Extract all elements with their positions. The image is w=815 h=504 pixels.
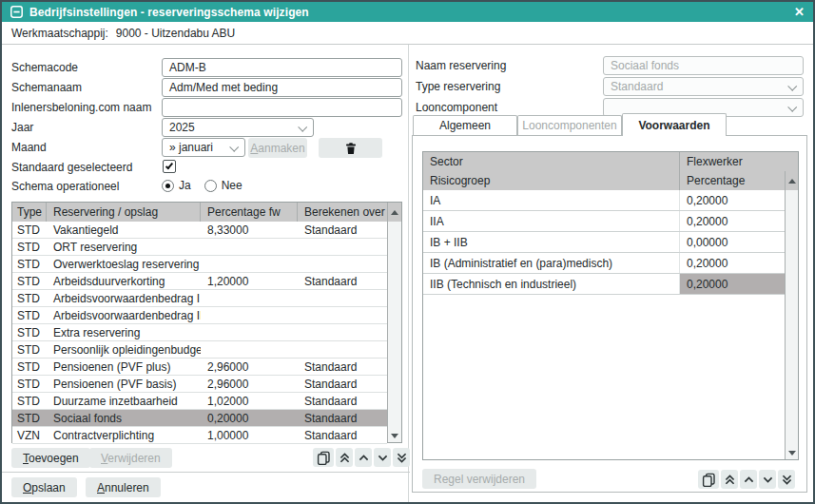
- table-row[interactable]: STDOverwerktoeslag reservering: [12, 256, 387, 273]
- table-row[interactable]: IIA0,20000: [423, 211, 785, 232]
- page-title: Bedrijfsinstellingen - reserveringsschem…: [29, 6, 309, 19]
- naam-reservering-input[interactable]: Sociaal fonds: [603, 56, 804, 75]
- table-row[interactable]: STDDuurzame inzetbaarheid1,02000Standaar…: [12, 393, 387, 410]
- table-row[interactable]: VZNContractverplichting1,00000Standaard: [12, 427, 387, 444]
- table-row[interactable]: STDORT reservering: [12, 239, 387, 256]
- verwijderen-button[interactable]: Verwijderen: [89, 448, 172, 468]
- scrollbar[interactable]: [785, 171, 798, 459]
- type-reservering-label: Type reservering: [416, 77, 500, 96]
- radio-selected-icon: [162, 180, 174, 192]
- scroll-down-icon[interactable]: [788, 451, 796, 456]
- radio-dot-icon: [165, 184, 170, 188]
- scroll-up-icon[interactable]: [391, 210, 398, 215]
- title-bar: Bedrijfsinstellingen - reserveringsschem…: [2, 2, 813, 22]
- trash-icon: [344, 142, 358, 155]
- close-icon[interactable]: ✕: [794, 5, 805, 19]
- dropdown-chevron-icon: [787, 103, 797, 112]
- maand-label: Maand: [11, 138, 47, 157]
- tab-algemeen[interactable]: Algemeen: [413, 115, 517, 135]
- tab-looncomponenten[interactable]: Looncomponenten: [517, 115, 622, 135]
- row-move-toolbar: [313, 448, 410, 467]
- window-icon: [10, 6, 23, 18]
- schemacode-input[interactable]: ADM-B: [162, 58, 402, 77]
- risicogroep-table: Sector Flexwerker Risicogroep Percentage…: [422, 151, 799, 460]
- table-row[interactable]: STDArbeidsduurverkorting1,20000Standaard: [12, 273, 387, 290]
- scroll-down-icon[interactable]: [391, 434, 398, 438]
- footer-divider: [2, 472, 410, 473]
- reserveringen-table: Type Reservering / opslag Percentage fw …: [11, 202, 402, 443]
- table-row[interactable]: IB + IIB0,00000: [423, 232, 785, 253]
- dialog-window: Bedrijfsinstellingen - reserveringsschem…: [0, 0, 815, 504]
- table-row[interactable]: STDVakantiegeld8,33000Standaard: [12, 222, 387, 239]
- maand-select[interactable]: » januari: [162, 138, 245, 157]
- copy-icon[interactable]: [313, 448, 334, 467]
- inlenersbeloning-label: Inlenersbeloning.com naam: [11, 98, 151, 117]
- delete-month-button[interactable]: [319, 138, 382, 158]
- regel-verwijderen-button[interactable]: Regel verwijderen: [422, 469, 536, 489]
- werkmaatschappij-bar: Werkmaatschappij: 9000 - Uitzendabu ABU: [2, 22, 813, 45]
- looncomponent-label: Looncomponent: [416, 98, 497, 117]
- schemanaam-label: Schemanaam: [11, 78, 82, 97]
- table-row-selected[interactable]: STDSociaal fonds0,20000Standaard: [12, 410, 387, 427]
- scroll-up-icon[interactable]: [788, 179, 796, 184]
- standaard-geselecteerd-checkbox[interactable]: [163, 160, 176, 173]
- opslaan-button[interactable]: Opslaan: [11, 477, 77, 497]
- annuleren-button[interactable]: Annuleren: [86, 477, 161, 497]
- aanmaken-button[interactable]: Aanmaken: [248, 138, 307, 158]
- schema-operationeel-label: Schema operationeel: [11, 177, 119, 196]
- double-chevron-down-icon[interactable]: [778, 470, 795, 489]
- selected-cell: 0,20000: [680, 274, 785, 294]
- dropdown-chevron-icon: [298, 123, 307, 132]
- chevron-down-icon[interactable]: [759, 470, 776, 489]
- table-row[interactable]: IA0,20000: [423, 190, 785, 211]
- werkmaatschappij-label: Werkmaatschappij:: [11, 27, 108, 40]
- double-chevron-down-icon[interactable]: [393, 448, 410, 467]
- table-row[interactable]: STDPersoonlijk opleidingenbudget: [12, 341, 387, 359]
- schemanaam-input[interactable]: Adm/Med met beding: [162, 78, 402, 97]
- radio-ja[interactable]: Ja: [162, 179, 191, 192]
- schema-operationeel-radiogroup: Ja Nee: [162, 179, 243, 192]
- schemacode-label: Schemacode: [11, 58, 78, 77]
- double-chevron-up-icon[interactable]: [721, 470, 738, 489]
- table-row[interactable]: STDExtra reservering: [12, 324, 387, 341]
- chevron-down-icon[interactable]: [374, 448, 391, 467]
- radio-nee[interactable]: Nee: [204, 179, 243, 192]
- table-header: Type Reservering / opslag Percentage fw …: [12, 203, 387, 222]
- checkmark-icon: [165, 162, 173, 170]
- table-row[interactable]: STDPensioenen (PVF plus)2,96000Standaard: [12, 359, 387, 376]
- scrollbar[interactable]: [387, 203, 401, 442]
- copy-icon[interactable]: [698, 470, 719, 489]
- dropdown-chevron-icon: [229, 143, 239, 152]
- table-row-selected[interactable]: IIB (Technisch en industrieel)0,20000: [423, 274, 785, 295]
- table-row[interactable]: STDArbeidsvoorwaardenbedrag II: [12, 307, 387, 324]
- toevoegen-button[interactable]: Toevoegen: [11, 448, 90, 468]
- table-row[interactable]: IB (Administratief en (para)medisch)0,20…: [423, 253, 785, 274]
- table-row[interactable]: STDPensioenen (PVF basis)2,96000Standaar…: [12, 376, 387, 393]
- double-chevron-up-icon[interactable]: [336, 448, 353, 467]
- chevron-up-icon[interactable]: [740, 470, 757, 489]
- werkmaatschappij-value: 9000 - Uitzendabu ABU: [116, 27, 235, 40]
- type-reservering-select[interactable]: Standaard: [603, 77, 804, 96]
- naam-reservering-label: Naam reservering: [416, 56, 506, 75]
- standaard-geselecteerd-label: Standaard geselecteerd: [11, 158, 132, 177]
- radio-unselected-icon: [204, 180, 217, 192]
- voorwaarden-panel: Sector Flexwerker Risicogroep Percentage…: [412, 135, 807, 493]
- table-subheader: Risicogroep Percentage: [423, 171, 785, 190]
- table-header: Sector Flexwerker: [423, 152, 798, 171]
- dropdown-chevron-icon: [787, 82, 797, 91]
- tab-voorwaarden[interactable]: Voorwaarden: [622, 113, 727, 136]
- inlenersbeloning-input[interactable]: [162, 98, 402, 117]
- table-row[interactable]: STDArbeidsvoorwaardenbedrag I: [12, 290, 387, 307]
- jaar-label: Jaar: [11, 118, 33, 137]
- jaar-select[interactable]: 2025: [162, 118, 314, 137]
- row-move-toolbar: [698, 470, 795, 489]
- pane-divider: [408, 45, 409, 502]
- chevron-up-icon[interactable]: [355, 448, 372, 467]
